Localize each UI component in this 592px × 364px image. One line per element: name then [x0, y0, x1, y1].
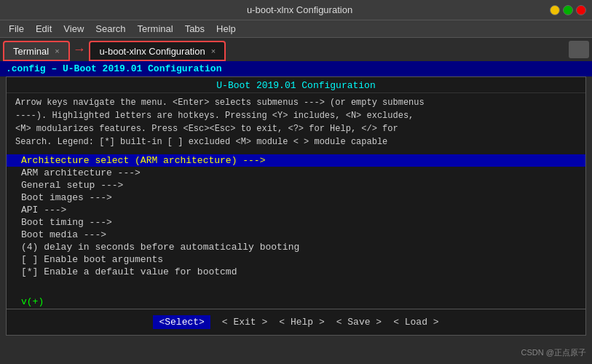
uboot-header: U-Boot 2019.01 Configuration: [7, 77, 585, 93]
menu-item-4[interactable]: API --->: [7, 204, 585, 216]
tab-uboot-close[interactable]: ×: [211, 47, 216, 55]
help-line-3: <M> modularizes features. Press <Esc><Es…: [15, 122, 577, 135]
menu-bar: File Edit View Search Terminal Tabs Help: [0, 20, 592, 38]
tab-terminal-close[interactable]: ×: [55, 47, 59, 55]
close-button[interactable]: [576, 5, 586, 15]
nav-btn-1[interactable]: < Exit >: [222, 317, 267, 328]
menu-tabs[interactable]: Tabs: [179, 22, 210, 36]
menu-item-5[interactable]: Boot timing --->: [7, 216, 585, 229]
menu-item-3[interactable]: Boot images --->: [7, 191, 585, 204]
tab-uboot-config[interactable]: u-boot-xlnx Configuration ×: [89, 41, 226, 61]
menu-view[interactable]: View: [58, 22, 90, 36]
help-line-1: Arrow keys navigate the menu. <Enter> se…: [15, 96, 577, 109]
status-line: v(+): [7, 295, 585, 309]
menu-item-2[interactable]: General setup --->: [7, 179, 585, 191]
menu-item-9[interactable]: [*] Enable a default value for bootcmd: [7, 266, 585, 278]
menu-help[interactable]: Help: [210, 22, 242, 36]
help-text: Arrow keys navigate the menu. <Enter> se…: [7, 93, 585, 151]
config-line-text: .config – U-Boot 2019.01 Configuration: [6, 63, 221, 74]
tab-icon[interactable]: [569, 41, 589, 58]
terminal-area: U-Boot 2019.01 Configuration Arrow keys …: [6, 76, 586, 309]
nav-btn-4[interactable]: < Load >: [393, 317, 438, 328]
config-line: .config – U-Boot 2019.01 Configuration: [0, 61, 592, 76]
watermark: CSDN @正点原子: [521, 347, 586, 358]
help-line-4: Search. Legend: [*] built-in [ ] exclude…: [15, 135, 577, 149]
menu-terminal[interactable]: Terminal: [132, 22, 179, 36]
nav-btn-3[interactable]: < Save >: [336, 317, 382, 328]
menu-search[interactable]: Search: [90, 22, 131, 36]
window-title: u-boot-xlnx Configuration: [50, 4, 550, 15]
window-controls: [550, 5, 586, 15]
bottom-bar: <Select>< Exit >< Help >< Save >< Load >: [6, 309, 586, 336]
help-line-2: ----). Highlighted letters are hotkeys. …: [15, 109, 577, 122]
tab-terminal-label: Terminal: [13, 46, 49, 57]
tab-bar: Terminal × → u-boot-xlnx Configuration ×: [0, 38, 592, 61]
nav-btn-2[interactable]: < Help >: [279, 317, 324, 328]
nav-btn-0[interactable]: <Select>: [153, 315, 210, 329]
tab-uboot-label: u-boot-xlnx Configuration: [99, 46, 205, 57]
tab-arrow: →: [71, 42, 88, 57]
menu-edit[interactable]: Edit: [30, 22, 58, 36]
menu-item-0[interactable]: Architecture select (ARM architecture) -…: [7, 154, 585, 167]
menu-item-7[interactable]: (4) delay in seconds before automaticall…: [7, 241, 585, 253]
minimize-button[interactable]: [550, 5, 560, 15]
menu-list: Architecture select (ARM architecture) -…: [7, 151, 585, 295]
maximize-button[interactable]: [563, 5, 573, 15]
menu-file[interactable]: File: [3, 22, 30, 36]
menu-item-1[interactable]: ARM architecture --->: [7, 167, 585, 179]
menu-item-6[interactable]: Boot media --->: [7, 229, 585, 241]
menu-item-8[interactable]: [ ] Enable boot arguments: [7, 253, 585, 266]
tab-terminal[interactable]: Terminal ×: [3, 41, 70, 61]
title-bar: u-boot-xlnx Configuration: [0, 0, 592, 20]
